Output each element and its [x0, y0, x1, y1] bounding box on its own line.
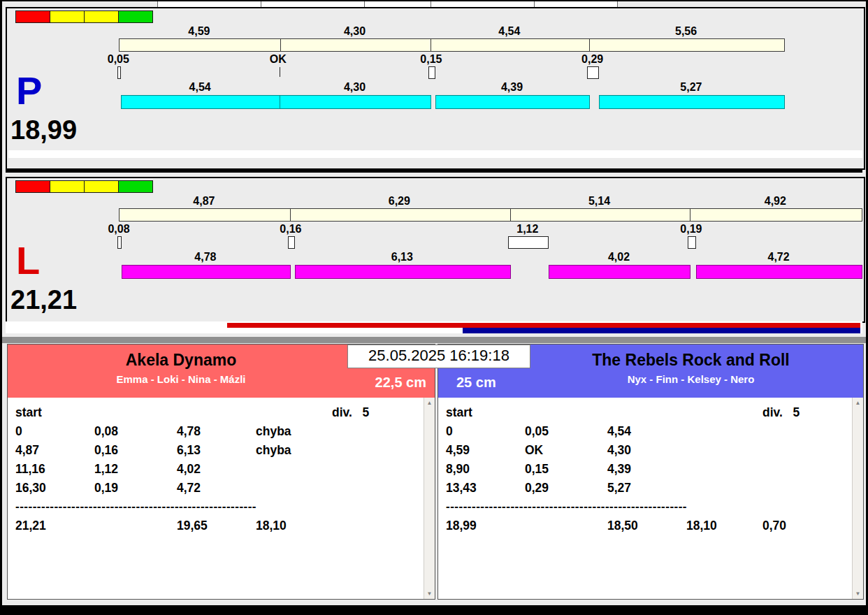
panel-strip: [8, 150, 862, 158]
table-cell: 4,02: [177, 462, 201, 477]
status-light: [15, 180, 50, 193]
table-cell: div. 5: [762, 405, 800, 420]
table-totals-row: 18,9918,5018,100,70: [440, 519, 851, 537]
changeover-time-label: 0,19: [680, 223, 702, 236]
table-cell: start: [15, 405, 42, 420]
scroll-up-icon[interactable]: ▲: [424, 400, 435, 406]
lane-total-time: 21,21: [10, 287, 77, 313]
panel-divider: [6, 169, 862, 173]
split-divider: [280, 39, 281, 51]
scroll-down-icon[interactable]: ▼: [424, 591, 435, 597]
table-rows: startdiv. 500,084,78chyba4,870,166,13chy…: [10, 405, 422, 537]
changeover-time-label: 1,12: [516, 223, 538, 236]
split-time-bar: [119, 208, 862, 222]
table-cell: 18,50: [607, 519, 638, 533]
table-row: 4,59OK4,30: [440, 443, 851, 462]
table-totals-row: 21,2119,6518,10: [10, 519, 422, 537]
table-cell: 5,27: [607, 481, 631, 495]
status-light: [118, 180, 153, 193]
app-window: 4,594,304,545,560,05OK0,150,294,544,304,…: [2, 1, 866, 605]
table-cell: 4,59: [446, 443, 470, 458]
timestamp: 25.05.2025 16:19:18: [347, 345, 530, 368]
team-members: Emma - Loki - Nina - Mázli: [8, 373, 435, 385]
clean-time-label: 4,78: [194, 251, 216, 263]
table-cell: 0,29: [525, 481, 549, 495]
scroll-up-icon[interactable]: ▲: [853, 400, 863, 406]
clean-time-label: 4,39: [501, 81, 523, 94]
split-divider: [589, 39, 590, 51]
changeover-time-box: [587, 66, 599, 79]
jump-height-label: 22,5 cm: [375, 375, 426, 391]
table-rows: startdiv. 500,054,544,59OK4,308,900,154,…: [440, 405, 851, 537]
changeover-time-label: 0,15: [420, 53, 442, 66]
split-time-label: 6,29: [389, 195, 410, 208]
lane-letter: P: [16, 71, 42, 110]
table-cell: 21,21: [15, 519, 46, 533]
split-time-label: 4,92: [765, 195, 786, 208]
split-divider: [690, 209, 690, 221]
table-cell: 0: [446, 424, 453, 439]
table-cell: 11,16: [15, 462, 45, 477]
split-time-label: 4,30: [344, 25, 366, 38]
changeover-time-box: [117, 66, 121, 79]
table-cell: 0: [15, 424, 22, 439]
changeover-time-box: [288, 236, 295, 249]
changeover-time-box: [428, 66, 435, 79]
table-cell: 16,30: [15, 481, 46, 495]
team-panel-left: Akela Dynamo Emma - Loki - Nina - Mázli …: [7, 344, 435, 600]
status-light: [15, 10, 50, 23]
clean-time-label: 4,02: [608, 251, 630, 263]
table-row: 11,161,124,02: [10, 462, 422, 481]
clean-time-label: 4,72: [768, 251, 790, 263]
clean-time-label: 5,27: [680, 81, 702, 94]
scrollbar[interactable]: ▲ ▼: [852, 398, 863, 599]
result-table: startdiv. 500,084,78chyba4,870,166,13chy…: [8, 398, 435, 599]
lane-letter: L: [16, 241, 40, 280]
table-cell: 4,39: [607, 462, 631, 477]
table-cell: 4,78: [177, 424, 201, 439]
clean-time-label: 6,13: [391, 251, 413, 263]
section-separator: [2, 337, 866, 343]
clean-time-label: 4,54: [189, 81, 211, 94]
lane-total-time: 18,99: [10, 117, 77, 143]
changeover-ok-tick: [280, 67, 280, 77]
table-cell: 4,54: [607, 424, 631, 439]
changeover-time-box: [508, 236, 549, 249]
changeover-time-label: OK: [270, 53, 287, 66]
changeover-time-box: [117, 236, 122, 249]
table-row: 4,870,166,13chyba: [10, 443, 422, 462]
table-cell: 0,70: [762, 519, 786, 533]
split-time-label: 4,59: [188, 25, 210, 38]
split-time-bar: [119, 38, 785, 52]
clean-time-bar: [121, 95, 281, 109]
team-panel-right: The Rebels Rock and Roll Nyx - Finn - Ke…: [437, 344, 864, 600]
changeover-time-label: 0,16: [280, 223, 301, 236]
table-cell: 4,72: [177, 481, 201, 495]
changeover-time-label: 0,05: [108, 53, 129, 66]
status-lights: [15, 180, 152, 193]
result-table: startdiv. 500,054,544,59OK4,308,900,154,…: [438, 398, 863, 599]
lane-panel-left: 4,876,295,144,920,080,161,120,194,786,13…: [6, 177, 865, 323]
split-time-label: 5,56: [675, 25, 697, 38]
table-separator: ----------------------------------------…: [440, 500, 851, 519]
table-row: startdiv. 5: [10, 405, 422, 424]
split-time-label: 5,14: [588, 195, 610, 208]
scrollbar[interactable]: ▲ ▼: [424, 398, 435, 599]
table-row: 8,900,154,39: [440, 462, 851, 481]
table-cell: div. 5: [332, 405, 369, 420]
changeover-time-label: 0,08: [108, 223, 129, 236]
bars-track: 4,594,304,545,560,05OK0,150,294,544,304,…: [119, 25, 861, 117]
table-cell: 0,15: [525, 462, 549, 477]
table-cell: 0,08: [94, 424, 118, 439]
status-lights: [15, 10, 152, 23]
table-cell: chyba: [256, 443, 291, 458]
table-cell: 6,13: [177, 443, 201, 458]
table-row: 13,430,295,27: [440, 481, 851, 500]
navy-progress-bar: [463, 328, 860, 333]
table-cell: 13,43: [446, 481, 477, 495]
scroll-down-icon[interactable]: ▼: [853, 591, 863, 597]
split-divider: [290, 209, 291, 221]
table-cell: 0,19: [94, 481, 118, 495]
status-light: [50, 180, 85, 193]
table-cell: OK: [525, 443, 543, 458]
